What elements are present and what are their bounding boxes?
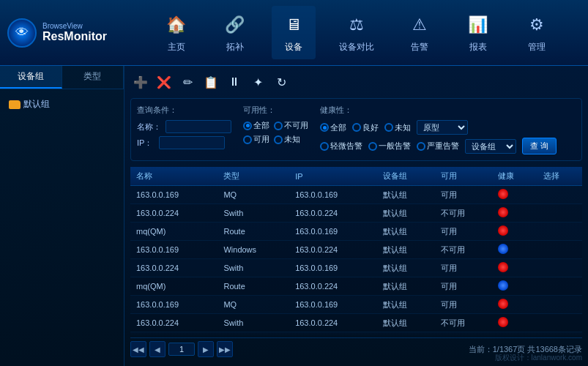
avail-unknown[interactable]: 未知 (274, 134, 300, 145)
health-good[interactable]: 良好 (352, 122, 379, 133)
avail-title: 可用性： (243, 105, 308, 116)
health-general-dot (368, 142, 377, 151)
avail-all[interactable]: 全部 (243, 120, 269, 131)
page-prev[interactable]: ◀ (149, 341, 165, 357)
ip-input[interactable] (159, 136, 225, 149)
nav-items: 🏠 主页 🔗 拓补 🖥 设备 ⚖ 设备对比 ⚠ 告警 📊 报表 ⚙ 管理 (124, 6, 588, 59)
nav-topology[interactable]: 🔗 拓补 (213, 6, 257, 59)
page-controls: ◀◀ ◀ ▶ ▶▶ (130, 341, 233, 357)
table-row[interactable]: 163.0.0.169 MQ 163.0.0.169 默认组 可用 (130, 296, 582, 314)
sidebar-tab-types[interactable]: 类型 (62, 66, 124, 89)
copy-button[interactable]: 📋 (201, 72, 221, 92)
cell-ip: 163.0.0.169 (289, 186, 376, 204)
nav-compare[interactable]: ⚖ 设备对比 (330, 6, 383, 59)
health-severe[interactable]: 严重告警 (417, 141, 459, 152)
cell-type: Route (217, 332, 289, 335)
add-button[interactable]: ➕ (130, 72, 151, 92)
health-minor[interactable]: 轻微告警 (320, 141, 362, 152)
health-unknown[interactable]: 未知 (384, 122, 411, 133)
cell-ip: 163.0.0.169 (289, 259, 376, 277)
cell-group: 默认组 (377, 259, 435, 277)
cell-name: 163.0.0.224 (130, 204, 217, 223)
cell-health (492, 186, 537, 204)
table-row[interactable]: 163.0.0.224 Swith 163.0.0.224 默认组 不可用 (130, 314, 582, 332)
cell-ip: 163.0.0.224 (289, 277, 376, 296)
health-general[interactable]: 一般告警 (368, 141, 411, 152)
avail-unavail[interactable]: 不可用 (274, 120, 308, 131)
cell-avail: 可用 (435, 277, 493, 296)
cell-group: 默认组 (377, 332, 435, 335)
refresh-button[interactable]: ↻ (271, 72, 291, 92)
cell-health (492, 241, 537, 259)
cell-select (537, 186, 582, 204)
type-select[interactable]: 原型 (417, 120, 468, 135)
cell-type: Swith (217, 314, 289, 332)
nav-home-label: 主页 (168, 41, 185, 53)
nav-devices-label: 设备 (285, 41, 302, 53)
status-icon-red (498, 189, 508, 199)
cell-group: 默认组 (377, 204, 435, 223)
logo-text: BrowseView ResMonitor (42, 22, 107, 43)
nav-home[interactable]: 🏠 主页 (155, 6, 198, 59)
pause-button[interactable]: ⏸ (224, 72, 245, 92)
nav-devices[interactable]: 🖥 设备 (272, 6, 316, 59)
col-ip: IP (289, 167, 376, 186)
cell-ip: 163.0.0.169 (289, 223, 376, 241)
status-icon-red (498, 299, 508, 309)
cell-ip: 163.0.0.169 (289, 332, 376, 335)
page-first[interactable]: ◀◀ (130, 341, 146, 357)
cell-avail: 不可用 (435, 204, 493, 223)
star-button[interactable]: ✦ (248, 72, 268, 92)
data-table: 名称 类型 IP 设备组 可用 健康 选择 163.0.0.169 MQ 163… (130, 167, 582, 335)
delete-button[interactable]: ❌ (154, 72, 174, 92)
health-all[interactable]: 全部 (320, 122, 346, 133)
cell-type: Swith (217, 259, 289, 277)
tree-item-label: 默认组 (23, 98, 50, 111)
health-good-dot (352, 123, 361, 132)
sidebar-tab-devices[interactable]: 设备组 (0, 66, 62, 89)
page-last[interactable]: ▶▶ (217, 341, 233, 357)
group-select[interactable]: 设备组 (465, 139, 516, 154)
cell-name: 163.0.0.224 (130, 314, 217, 332)
avail-radio-group2: 可用 未知 (243, 134, 308, 145)
cell-type: Route (217, 277, 289, 296)
health-row1: 全部 良好 未知 原型 (320, 120, 576, 135)
cell-name: 163.0.0.169 (130, 241, 217, 259)
table-row[interactable]: 163.0.0.169 Windows 163.0.0.224 默认组 不可用 (130, 241, 582, 259)
table-row[interactable]: mq(QM) Route 163.0.0.169 默认组 可用 (130, 223, 582, 241)
name-input[interactable] (165, 120, 231, 133)
page-next[interactable]: ▶ (198, 341, 214, 357)
avail-avail[interactable]: 可用 (243, 134, 269, 145)
table-row[interactable]: 163.0.0.224 Swith 163.0.0.169 默认组 可用 (130, 259, 582, 277)
table-row[interactable]: 163.0.0.224 Swith 163.0.0.224 默认组 不可用 (130, 204, 582, 223)
availability-section: 可用性： 全部 不可用 可用 (243, 105, 308, 154)
cell-avail: 可用 (435, 223, 493, 241)
page-input[interactable] (168, 343, 195, 356)
cell-select (537, 332, 582, 335)
tree-item-default[interactable]: 默认组 (4, 95, 119, 113)
logo-browse: BrowseView (42, 22, 107, 30)
table-row[interactable]: 163.0.0.169 MQ 163.0.0.169 默认组 可用 (130, 186, 582, 204)
health-all-label: 全部 (330, 122, 346, 133)
cell-name: mq(QM) (130, 277, 217, 296)
cell-select (537, 241, 582, 259)
nav-report-label: 报表 (469, 41, 487, 53)
table-row[interactable]: mq(QM) Route 163.0.0.224 默认组 可用 (130, 277, 582, 296)
cell-type: Route (217, 223, 289, 241)
cell-health (492, 296, 537, 314)
nav-manage[interactable]: ⚙ 管理 (515, 6, 559, 59)
compare-icon: ⚖ (343, 12, 370, 38)
col-avail: 可用 (435, 167, 493, 186)
cell-name: 163.0.0.224 (130, 259, 217, 277)
health-severe-label: 严重告警 (427, 141, 459, 152)
home-icon: 🏠 (163, 12, 190, 38)
cell-name: 163.0.0.169 (130, 296, 217, 314)
report-icon: 📊 (465, 12, 491, 38)
edit-button[interactable]: ✏ (177, 72, 198, 92)
nav-report[interactable]: 📊 报表 (456, 6, 500, 59)
query-button[interactable]: 查 询 (522, 138, 557, 154)
avail-radio-group: 全部 不可用 (243, 120, 308, 131)
nav-alert[interactable]: ⚠ 告警 (398, 6, 442, 59)
status-icon-blue (498, 280, 508, 291)
table-row[interactable]: mq(QM) Route 163.0.0.169 默认组 可用 (130, 332, 582, 335)
